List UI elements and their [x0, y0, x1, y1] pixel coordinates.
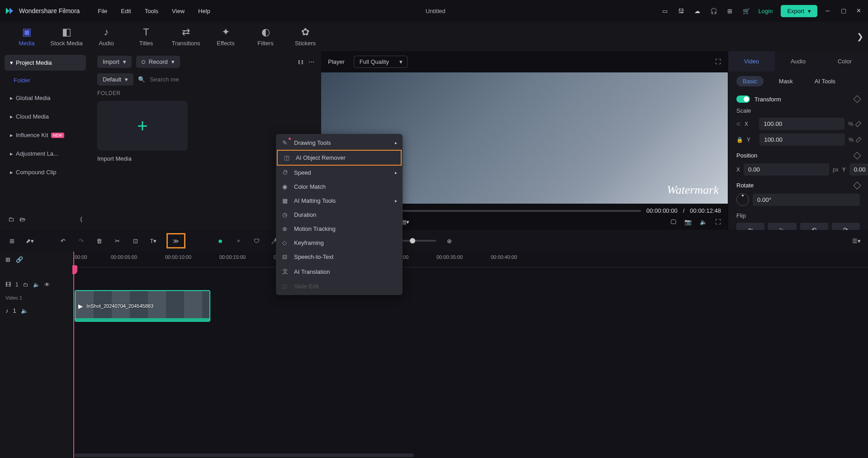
nav-filters[interactable]: ◐Filters — [248, 23, 283, 50]
nav-titles[interactable]: TTitles — [128, 23, 164, 50]
nav-effects[interactable]: ✦Effects — [208, 23, 243, 50]
more-tools-button[interactable]: ≫ — [166, 233, 185, 248]
ctx-ai-object-remover[interactable]: ◫AI Object Remover — [277, 150, 402, 166]
close-button[interactable]: ✕ — [856, 7, 863, 14]
camera-icon[interactable]: 📷 — [684, 219, 692, 225]
import-tile[interactable]: + — [97, 101, 188, 151]
collapse-icon[interactable]: ⟨ — [80, 216, 82, 223]
lock-icon[interactable]: 🔒 — [736, 137, 743, 143]
lock-icon[interactable]: ⊂ — [736, 121, 741, 127]
ctx-duration[interactable]: ◷Duration — [276, 208, 403, 222]
export-button[interactable]: Export ▾ — [781, 5, 817, 17]
rotate-input[interactable] — [753, 194, 860, 206]
nav-media[interactable]: ▣Media — [9, 23, 44, 50]
undo-icon[interactable]: ↶ — [58, 236, 68, 246]
menu-view[interactable]: View — [172, 8, 185, 14]
prop-tab-color[interactable]: Color — [821, 51, 868, 72]
nav-stock[interactable]: ◧Stock Media — [49, 23, 84, 50]
save-icon[interactable]: 🖫 — [677, 7, 685, 15]
keyframe-icon[interactable] — [855, 121, 861, 127]
rotation-dial[interactable] — [736, 193, 749, 206]
tracks-icon[interactable]: ☰▾ — [851, 236, 861, 246]
zoom-in-icon[interactable]: ⊕ — [444, 236, 454, 246]
scale-x-input[interactable] — [759, 118, 844, 130]
menu-edit[interactable]: Edit — [121, 8, 131, 14]
sidebar-global-media[interactable]: ▸Global Media — [5, 90, 86, 106]
add-folder-icon[interactable]: 🗁 — [19, 216, 25, 223]
keyframe-icon[interactable] — [854, 152, 861, 159]
nav-stickers[interactable]: ✿Stickers — [288, 23, 323, 50]
transform-toggle[interactable] — [736, 95, 750, 103]
folder-icon[interactable]: 🗀 — [23, 281, 28, 288]
keyframe-icon[interactable] — [856, 137, 862, 143]
volume-icon[interactable]: 🔈 — [700, 219, 707, 225]
ctx-speech-to-text[interactable]: ⊟Speech-to-Text — [276, 250, 403, 264]
pos-x-input[interactable] — [744, 163, 829, 176]
redo-icon[interactable]: ↷ — [76, 236, 86, 246]
ctx-speed[interactable]: ⏱Speed▸ — [276, 166, 403, 180]
flip-vertical-button[interactable]: ▷ — [768, 223, 796, 230]
scroll-right-icon[interactable]: ❯ — [857, 32, 863, 42]
maximize-button[interactable]: ▢ — [841, 7, 848, 14]
flip-horizontal-button[interactable]: ⇋ — [736, 223, 764, 230]
apps-icon[interactable]: ⊞ — [726, 7, 734, 15]
sparkle-icon[interactable]: ✦ — [233, 236, 243, 246]
video-track-header[interactable]: 🎞1 🗀 🔈 👁 Video 1 — [0, 267, 72, 301]
screen-icon[interactable]: ▭ — [661, 7, 669, 15]
search-input[interactable] — [150, 76, 204, 83]
menu-tools[interactable]: Tools — [145, 8, 158, 14]
sidebar-influence-kit[interactable]: ▸Influence KitNEW — [5, 127, 86, 143]
grid-icon[interactable]: ⊞ — [7, 236, 17, 246]
video-clip[interactable]: ▶InShot_20240704_204545883 — [75, 290, 210, 322]
login-button[interactable]: Login — [759, 8, 773, 14]
cut-icon[interactable]: ✂ — [112, 236, 122, 246]
ctx-color-match[interactable]: ◉Color Match — [276, 180, 403, 194]
sidebar-cloud-media[interactable]: ▸Cloud Media — [5, 109, 86, 124]
quality-dropdown[interactable]: Full Quality ▾ — [354, 56, 408, 68]
menu-file[interactable]: File — [98, 8, 107, 14]
ctx-ai-translation[interactable]: 文AI Translation — [276, 264, 403, 279]
ctx-drawing-tools[interactable]: ✎Drawing Tools▸ — [276, 136, 403, 150]
mute-icon[interactable]: 🔈 — [21, 307, 28, 314]
subtab-aitools[interactable]: AI Tools — [808, 76, 842, 86]
pointer-icon[interactable]: ⬈▾ — [25, 236, 35, 246]
timeline-tracks[interactable]: 00:00 00:00:05:00 00:00:10:00 00:00:15:0… — [72, 252, 868, 458]
eye-icon[interactable]: 👁 — [44, 281, 50, 288]
prop-tab-audio[interactable]: Audio — [775, 51, 821, 72]
sidebar-project-media[interactable]: ▾Project Media — [5, 55, 86, 71]
headset-icon[interactable]: 🎧 — [710, 7, 718, 15]
subtab-basic[interactable]: Basic — [736, 76, 764, 86]
crop-icon[interactable]: ⊡ — [130, 236, 140, 246]
snapshot-icon[interactable]: ⛶ — [715, 58, 721, 65]
minimize-button[interactable]: ─ — [825, 7, 833, 14]
prop-tab-video[interactable]: Video — [728, 51, 775, 72]
ctx-motion-tracking[interactable]: ⊕Motion Tracking — [276, 222, 403, 236]
menu-help[interactable]: Help — [198, 8, 210, 14]
keyframe-icon[interactable] — [854, 95, 861, 103]
ctx-ai-matting[interactable]: ▦AI Matting Tools▸ — [276, 194, 403, 208]
ctx-keyframing[interactable]: ◇Keyframing — [276, 236, 403, 250]
sort-dropdown[interactable]: Default▾ — [97, 73, 133, 86]
link-icon[interactable]: 🔗 — [16, 256, 23, 263]
playhead[interactable] — [73, 252, 74, 458]
subtab-mask[interactable]: Mask — [773, 76, 799, 86]
sidebar-compound[interactable]: ▸Compound Clip — [5, 164, 86, 180]
flip-rotate-button[interactable]: ⟲ — [800, 223, 828, 230]
fullscreen-icon[interactable]: ⛶ — [715, 219, 721, 225]
more-icon[interactable]: ⋯ — [308, 58, 314, 65]
shield-icon[interactable]: 🛡 — [251, 236, 261, 246]
cloud-icon[interactable]: ☁ — [693, 7, 702, 15]
record-dropdown[interactable]: Record▾ — [136, 56, 180, 68]
nav-audio[interactable]: ♪Audio — [89, 23, 124, 50]
sidebar-folder[interactable]: Folder — [5, 73, 86, 87]
keyframe-icon[interactable] — [854, 181, 861, 189]
sidebar-adjustment[interactable]: ▸Adjustment La... — [5, 146, 86, 162]
display-icon[interactable]: 🖵 — [670, 219, 676, 225]
face-icon[interactable]: ☻ — [215, 236, 225, 246]
text-icon[interactable]: T▾ — [148, 236, 158, 246]
pos-y-input[interactable] — [849, 163, 868, 176]
timeline-ruler[interactable]: 00:00 00:00:05:00 00:00:10:00 00:00:15:0… — [72, 252, 868, 267]
playhead-handle[interactable] — [72, 265, 77, 274]
audio-track-header[interactable]: ♪1 🔈 — [0, 301, 72, 320]
cart-icon[interactable]: 🛒 — [742, 7, 750, 15]
